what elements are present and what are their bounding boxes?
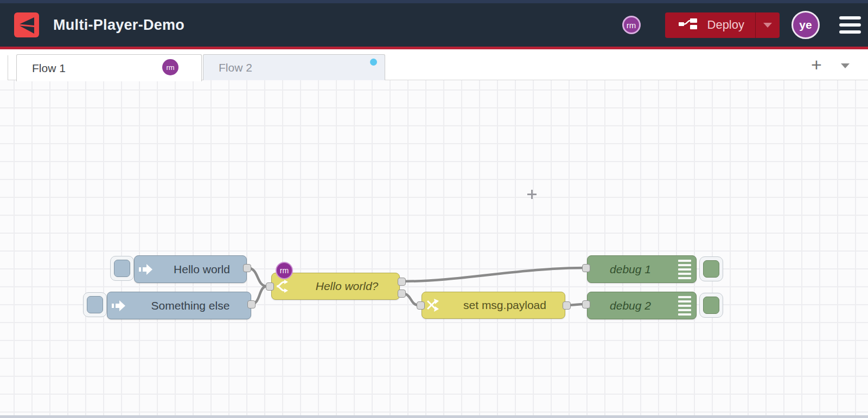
node-inject-something-else[interactable]: Something else: [107, 292, 251, 319]
node-collaborator-badge: rm: [276, 262, 293, 279]
debug-toggle-button[interactable]: [699, 256, 723, 281]
tab-label: Flow 1: [32, 62, 66, 75]
tab-scroll-edge: [0, 55, 8, 80]
node-change-set-payload[interactable]: set msg.payload: [422, 292, 565, 319]
input-port[interactable]: [582, 300, 590, 308]
deploy-button[interactable]: Deploy: [665, 12, 780, 38]
flowfuse-logo-icon: [14, 12, 39, 37]
node-label: Hello world: [157, 263, 246, 276]
node-inject-hello-world[interactable]: Hello world: [134, 255, 247, 283]
inject-trigger-inner: [114, 260, 130, 277]
debug-output-icon: [673, 260, 696, 279]
input-port[interactable]: [582, 264, 590, 272]
flow-tab-bar: Flow 1 rm Flow 2 +: [0, 49, 868, 80]
output-port-1[interactable]: [398, 278, 406, 286]
deploy-button-main[interactable]: Deploy: [665, 12, 755, 38]
chevron-down-icon: [763, 23, 772, 28]
user-avatar[interactable]: ye: [792, 11, 820, 39]
node-label: Something else: [130, 299, 251, 312]
debug-output-icon: [673, 296, 696, 316]
deploy-button-label: Deploy: [707, 18, 744, 32]
node-debug-1[interactable]: debug 1: [587, 255, 697, 283]
deploy-icon: [678, 17, 698, 33]
debug-toggle-button[interactable]: [699, 293, 723, 318]
tab-flow-2[interactable]: Flow 2: [203, 54, 385, 81]
output-port[interactable]: [243, 264, 251, 272]
output-port[interactable]: [247, 300, 256, 308]
node-label: set msg.payload: [445, 299, 565, 312]
deploy-options-button[interactable]: [756, 12, 780, 38]
header-actions: rm Deploy ye: [622, 11, 861, 39]
input-port[interactable]: [266, 282, 274, 291]
inject-trigger-button[interactable]: [83, 292, 107, 317]
wire-switch-debug1: [401, 268, 585, 281]
hamburger-bar: [839, 23, 861, 27]
inject-arrow-icon: [135, 263, 157, 275]
debug-toggle-inner: [703, 260, 719, 278]
main-menu-button[interactable]: [839, 16, 861, 34]
node-label: debug 2: [588, 299, 673, 312]
switch-fork-icon: [272, 279, 295, 293]
collaborator-badge[interactable]: rm: [622, 16, 641, 34]
hamburger-bar: [839, 16, 861, 20]
node-switch-hello-world[interactable]: Hello world?: [271, 273, 400, 300]
tab-activity-dot: [370, 59, 377, 66]
app-header: Multi-Player-Demo rm Deploy ye: [0, 3, 868, 47]
flow-list-button[interactable]: [838, 58, 853, 73]
node-label: debug 1: [588, 263, 673, 276]
page-title: Multi-Player-Demo: [53, 17, 184, 34]
node-label: Hello world?: [295, 280, 399, 293]
hamburger-bar: [839, 30, 861, 34]
chevron-down-icon: [841, 63, 850, 68]
crosshair-cursor: [527, 190, 537, 199]
output-port-2[interactable]: [398, 290, 406, 298]
node-debug-2[interactable]: debug 2: [587, 292, 697, 319]
tab-label: Flow 2: [219, 61, 252, 74]
inject-trigger-inner: [87, 296, 103, 313]
tab-collaborator-badge: rm: [162, 59, 178, 75]
debug-toggle-inner: [703, 297, 719, 314]
wires: [0, 80, 868, 415]
tab-flow-1[interactable]: Flow 1 rm: [16, 54, 202, 81]
input-port[interactable]: [417, 301, 425, 310]
output-port[interactable]: [563, 301, 571, 310]
change-swap-icon: [422, 299, 445, 312]
flow-canvas[interactable]: Hello world Something else Hello world? …: [0, 80, 868, 415]
inject-arrow-icon: [107, 300, 130, 312]
inject-trigger-button[interactable]: [110, 256, 134, 281]
add-flow-button[interactable]: +: [807, 53, 826, 76]
window-bottom-edge: [0, 415, 868, 418]
